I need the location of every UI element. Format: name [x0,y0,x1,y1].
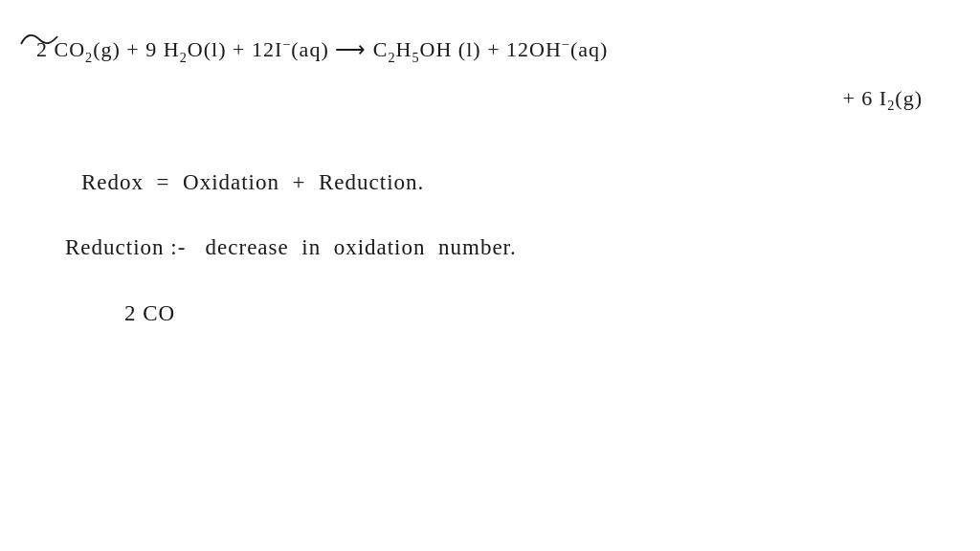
equation-line1: 2 CO2(g) + 9 H2O(l) + 12I−(aq) ⟶ C2H5OH … [36,36,608,66]
co-notation: 2 CO [124,301,175,326]
page: 2 CO2(g) + 9 H2O(l) + 12I−(aq) ⟶ C2H5OH … [0,0,980,551]
reduction-definition: Reduction :- decrease in oxidation numbe… [65,235,517,260]
redox-definition: Redox = Oxidation + Reduction. [81,170,424,195]
equation-line2: + 6 I2(g) [842,86,923,114]
